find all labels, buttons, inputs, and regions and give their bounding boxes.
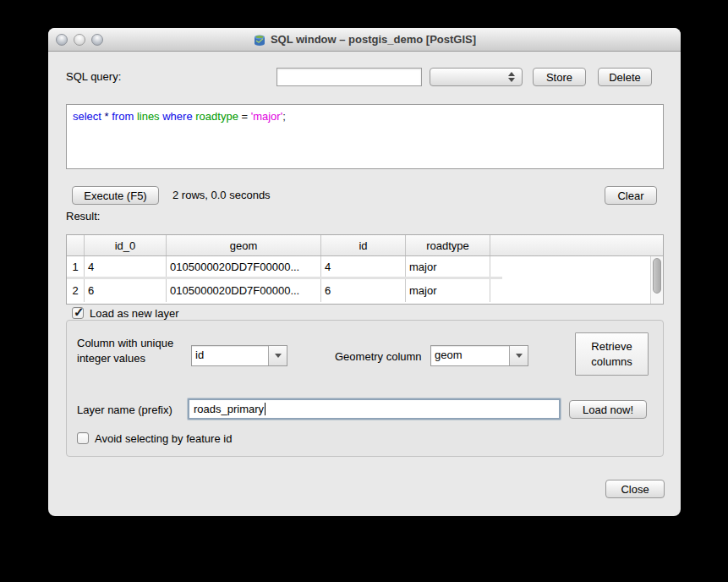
result-table[interactable]: id_0geomidroadtype 140105000020DD7F00000…: [66, 234, 664, 305]
minimize-window-button[interactable]: [74, 34, 85, 46]
retrieve-columns-button[interactable]: Retrieve columns: [575, 332, 649, 376]
sql-query-label: SQL query:: [66, 70, 121, 83]
column-header-id[interactable]: id: [321, 235, 406, 255]
title-bar[interactable]: SQL window – postgis_demo [PostGIS]: [48, 28, 681, 52]
query-status-text: 2 rows, 0.0 seconds: [172, 189, 271, 201]
column-header-id_0[interactable]: id_0: [85, 235, 167, 255]
load-as-new-layer-checkbox[interactable]: ✓: [72, 307, 84, 319]
sql-editor[interactable]: select * from lines where roadtype = 'ma…: [66, 104, 664, 169]
window-title: SQL window – postgis_demo [PostGIS]: [271, 33, 476, 46]
cell[interactable]: major: [406, 279, 490, 302]
cell[interactable]: 6: [85, 279, 167, 302]
sql-token: select: [73, 110, 105, 123]
desktop-background: { "window": { "title": "SQL window – pos…: [0, 0, 728, 582]
cell[interactable]: 4: [85, 256, 167, 277]
close-window-button[interactable]: [56, 34, 68, 46]
cell[interactable]: 4: [321, 256, 406, 277]
unique-column-combo[interactable]: id: [191, 345, 287, 366]
table-row[interactable]: 260105000020DD7F00000...6major: [67, 279, 502, 302]
sql-token: where: [162, 110, 195, 123]
clear-button[interactable]: Clear: [605, 186, 657, 205]
close-button[interactable]: Close: [605, 480, 665, 498]
row-number[interactable]: 2: [67, 279, 85, 302]
column-header-roadtype[interactable]: roadtype: [406, 235, 490, 255]
stored-query-dropdown[interactable]: [430, 68, 523, 86]
header-filler: [490, 235, 663, 255]
delete-button[interactable]: Delete: [598, 68, 652, 86]
window-controls: [56, 34, 103, 46]
row-number[interactable]: 1: [67, 256, 85, 277]
table-header: id_0geomidroadtype: [67, 235, 663, 256]
table-row[interactable]: 140105000020DD7F00000...4major: [67, 256, 502, 279]
load-options-group: Column with unique integer values id Geo…: [66, 320, 664, 457]
cell[interactable]: 0105000020DD7F00000...: [167, 256, 321, 277]
unique-column-value: id: [192, 346, 268, 365]
header-corner: [67, 235, 85, 255]
layer-name-label: Layer name (prefix): [77, 404, 172, 416]
text-caret: [265, 403, 265, 415]
sql-token: roadtype: [195, 110, 241, 123]
cell[interactable]: 6: [321, 279, 406, 302]
sql-editor-text: select * from lines where roadtype = 'ma…: [73, 110, 657, 123]
sql-token: *: [105, 110, 112, 123]
table-scrollbar[interactable]: [650, 256, 663, 304]
sql-window: SQL window – postgis_demo [PostGIS] SQL …: [48, 28, 681, 516]
layer-name-value: roads_primary: [194, 403, 264, 415]
load-as-new-layer-label: Load as new layer: [90, 307, 179, 320]
scrollbar-thumb[interactable]: [653, 258, 661, 294]
geometry-column-value: geom: [431, 346, 509, 365]
unique-column-label: Column with unique integer values: [77, 336, 194, 365]
sql-token: lines: [137, 110, 162, 123]
cell[interactable]: major: [406, 256, 490, 277]
zoom-window-button[interactable]: [91, 34, 103, 46]
combo-arrow-icon[interactable]: [509, 346, 528, 365]
column-header-geom[interactable]: geom: [167, 235, 321, 255]
geometry-column-combo[interactable]: geom: [430, 345, 528, 366]
load-now-button[interactable]: Load now!: [569, 400, 647, 419]
query-name-input[interactable]: [276, 68, 422, 86]
cell[interactable]: 0105000020DD7F00000...: [167, 279, 321, 302]
avoid-feature-id-label: Avoid selecting by feature id: [95, 432, 232, 445]
sql-token: 'major': [251, 110, 282, 123]
sql-token: from: [112, 110, 137, 123]
stepper-arrows-icon: [508, 72, 515, 82]
sql-token: ;: [282, 110, 286, 123]
sql-token: =: [241, 110, 250, 123]
avoid-feature-id-checkbox[interactable]: ✓: [77, 432, 89, 444]
table-body: 140105000020DD7F00000...4major2601050000…: [67, 256, 663, 302]
store-button[interactable]: Store: [533, 68, 586, 86]
postgis-database-icon: [253, 33, 266, 47]
result-label: Result:: [66, 210, 100, 222]
layer-name-input[interactable]: roads_primary: [188, 398, 561, 420]
combo-arrow-icon[interactable]: [268, 346, 287, 365]
geometry-column-label: Geometry column: [335, 350, 422, 363]
execute-button[interactable]: Execute (F5): [72, 186, 159, 205]
